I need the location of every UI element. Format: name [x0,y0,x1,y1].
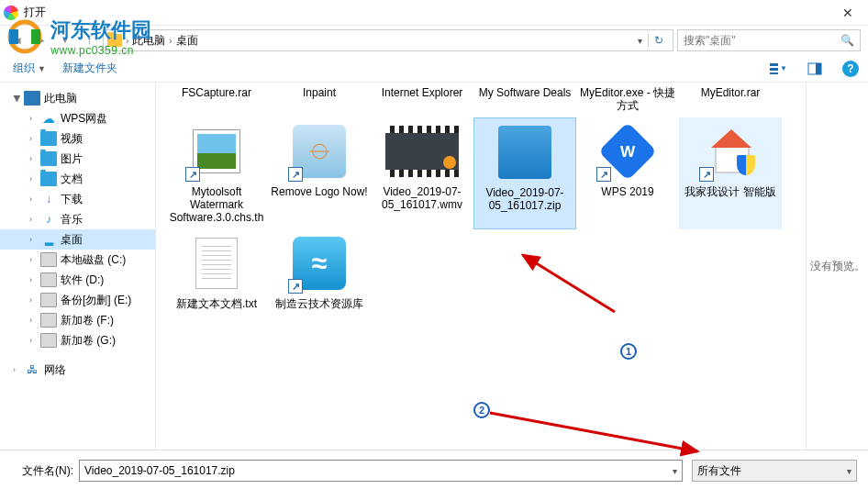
new-folder-button[interactable]: 新建文件夹 [62,61,117,76]
refresh-button[interactable]: ↻ [648,34,669,47]
file-item[interactable]: Internet Explorer [371,86,473,117]
sidebar-item-diskf[interactable]: ›新加卷 (F:) [0,310,155,330]
sidebar-item-diskc[interactable]: ›本地磁盘 (C:) [0,250,155,270]
svg-rect-5 [770,72,778,74]
sidebar-item-video[interactable]: ›视频 [0,128,155,149]
search-icon[interactable]: 🔍 [840,34,854,47]
footer: 文件名(N): Video_2019-07-05_161017.zip▾ 所有文… [0,450,868,489]
nav-row: ◄ ► ▼ ↑ › 此电脑 › 桌面 ▾ ↻ 🔍 [0,26,868,55]
preview-pane: 没有预览。 [806,83,868,450]
file-item[interactable]: ≈↗制造云技术资源库 [268,229,371,316]
sidebar-item-diskg[interactable]: ›新加卷 (G:) [0,330,155,350]
sidebar-item-diske[interactable]: ›备份[勿删] (E:) [0,290,155,310]
shortcut-icon: ↗ [185,167,200,182]
breadcrumb-seg[interactable]: 桌面 [176,33,198,49]
sidebar-item-pictures[interactable]: ›图片 [0,149,155,169]
search-input[interactable] [684,34,840,47]
file-item[interactable]: MyEditor.rar [679,86,782,117]
app-icon [4,6,18,20]
svg-rect-4 [770,68,778,71]
nav-back-button[interactable]: ◄ [7,30,28,50]
filename-label: 文件名(N): [11,463,73,479]
sidebar-item-downloads[interactable]: ›↓下载 [0,189,155,209]
file-type-combo[interactable]: 所有文件▾ [692,460,857,482]
help-button[interactable]: ? [842,61,859,77]
sidebar-item-desktop[interactable]: ›▂桌面 [0,229,155,250]
file-item[interactable]: ⦵↗Remove Logo Now! [268,117,371,229]
svg-rect-7 [816,63,821,74]
shortcut-icon: ↗ [288,279,303,294]
svg-rect-3 [770,63,778,66]
sidebar: ⯆此电脑 ›☁WPS网盘 ›视频 ›图片 ›文档 ›↓下载 ›♪音乐 ›▂桌面 … [0,83,156,450]
sidebar-item-wps[interactable]: ›☁WPS网盘 [0,108,155,128]
file-item[interactable]: MyEditor.exe - 快捷方式 [576,86,679,117]
folder-icon [107,34,122,47]
shortcut-icon: ↗ [596,167,611,182]
file-item[interactable]: My Software Deals [473,86,576,117]
window-title: 打开 [24,5,46,20]
organize-button[interactable]: 组织▼ [13,61,46,76]
nav-forward-button: ► [31,30,51,50]
file-item[interactable]: W↗WPS 2019 [576,117,679,229]
sidebar-item-network[interactable]: ›🖧网络 [0,360,155,380]
file-item[interactable]: 新建文本文档.txt [165,229,268,316]
file-item-selected[interactable]: Video_2019-07-05_161017.zip [473,117,576,229]
shortcut-icon: ↗ [288,167,303,182]
chevron-right-icon: › [126,36,128,46]
chevron-down-icon[interactable]: ▾ [634,36,646,46]
sidebar-item-diskd[interactable]: ›软件 (D:) [0,270,155,290]
sidebar-item-music[interactable]: ›♪音乐 [0,209,155,229]
view-list-button[interactable]: ▼ [769,60,787,78]
toolbar: 组织▼ 新建文件夹 ▼ ? [0,55,868,83]
chevron-right-icon: › [169,36,172,46]
breadcrumb[interactable]: › 此电脑 › 桌面 ▾ ↻ [103,29,673,51]
file-item[interactable]: ↗我家我设计 智能版 [679,117,782,229]
file-item[interactable]: Video_2019-07-05_161017.wmv [371,117,473,229]
sidebar-item-documents[interactable]: ›文档 [0,169,155,189]
filename-input[interactable]: Video_2019-07-05_161017.zip▾ [79,460,683,482]
breadcrumb-seg[interactable]: 此电脑 [132,33,165,49]
shortcut-icon: ↗ [699,167,714,182]
annotation-badge-1: 1 [620,343,637,360]
preview-pane-button[interactable] [806,60,824,78]
file-item[interactable]: FSCapture.rar [165,86,268,117]
nav-dropdown-button[interactable]: ▼ [55,30,75,50]
file-item[interactable]: Inpaint [268,86,371,117]
nav-up-button[interactable]: ↑ [79,30,99,50]
close-button[interactable]: ✕ [831,0,864,26]
titlebar: 打开 ✕ [0,0,868,26]
file-grid: FSCapture.rar Inpaint Internet Explorer … [156,83,806,450]
sidebar-item-pc[interactable]: ⯆此电脑 [0,88,155,108]
file-item[interactable]: ↗Mytoolsoft Watermark Software.3.0.chs.t… [165,117,268,229]
search-box[interactable]: 🔍 [677,29,861,51]
annotation-badge-2: 2 [473,402,490,418]
